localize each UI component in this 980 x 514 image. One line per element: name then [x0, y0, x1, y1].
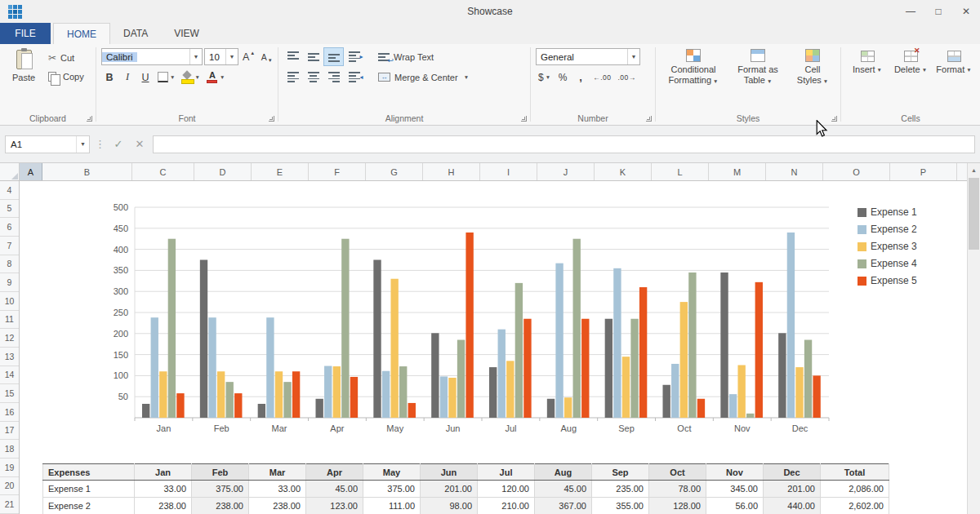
table-cell[interactable]: 345.00	[706, 481, 764, 498]
chevron-down-icon[interactable]: ▼	[76, 136, 89, 153]
table-cell[interactable]: 45.00	[535, 481, 592, 498]
delete-cells-button[interactable]: Delete▼	[890, 47, 931, 112]
table-cell[interactable]: 238.00	[249, 498, 306, 514]
table-cell[interactable]: 78.00	[649, 481, 706, 498]
chevron-down-icon[interactable]: ▼	[189, 49, 202, 64]
table-cell[interactable]: 120.00	[478, 481, 535, 498]
column-header-J[interactable]: J	[537, 163, 595, 180]
table-header-Jan[interactable]: Jan	[135, 464, 192, 481]
table-cell[interactable]: 33.00	[135, 481, 192, 498]
table-header-Nov[interactable]: Nov	[706, 464, 764, 481]
column-header-E[interactable]: E	[252, 163, 309, 180]
wrap-text-button[interactable]: ↩ Wrap Text	[374, 48, 438, 65]
table-cell[interactable]: 375.00	[192, 481, 249, 498]
table-cell[interactable]: 45.00	[306, 481, 363, 498]
row-header-9[interactable]: 9	[0, 273, 19, 292]
font-name-select[interactable]: Calibri ▼	[101, 48, 203, 65]
align-left-button[interactable]	[283, 69, 302, 86]
align-center-button[interactable]	[304, 69, 323, 86]
formula-input[interactable]	[153, 135, 975, 153]
column-header-F[interactable]: F	[309, 163, 366, 180]
chevron-down-icon[interactable]: ▼	[225, 49, 238, 64]
column-header-N[interactable]: N	[766, 163, 823, 180]
formula-confirm-button[interactable]: ✓	[110, 135, 127, 153]
bold-button[interactable]: B	[101, 69, 118, 86]
table-cell[interactable]: Expense 2	[43, 498, 135, 514]
row-header-7[interactable]: 7	[0, 237, 19, 255]
close-button[interactable]: ✕	[952, 0, 980, 23]
column-header-I[interactable]: I	[480, 163, 537, 180]
expense-chart[interactable]: 50100150200250300350400450500JanFebMarAp…	[90, 196, 972, 459]
row-header-15[interactable]: 15	[0, 384, 19, 403]
tab-home[interactable]: HOME	[53, 23, 110, 44]
column-header-A[interactable]: A	[20, 163, 42, 180]
align-top-button[interactable]	[283, 48, 302, 65]
column-header-P[interactable]: P	[890, 163, 957, 180]
table-header-Total[interactable]: Total	[821, 464, 889, 481]
row-header-6[interactable]: 6	[0, 218, 19, 237]
tab-view[interactable]: VIEW	[161, 23, 212, 44]
merge-center-button[interactable]: ↔ Merge & Center ▼	[374, 69, 473, 86]
table-cell[interactable]: 201.00	[764, 481, 821, 498]
row-header-21[interactable]: 21	[0, 495, 19, 514]
column-header-C[interactable]: C	[132, 163, 194, 180]
align-bottom-button[interactable]	[324, 48, 343, 65]
format-as-table-button[interactable]: Format as Table▼	[728, 47, 787, 112]
row-header-17[interactable]: 17	[0, 422, 19, 441]
table-cell[interactable]: 56.00	[706, 498, 764, 514]
table-cell[interactable]: 238.00	[192, 498, 249, 514]
scroll-up-icon[interactable]: ▲	[968, 163, 980, 177]
formula-cancel-button[interactable]: ✕	[131, 135, 148, 153]
table-cell[interactable]: 238.00	[135, 498, 192, 514]
table-cell[interactable]: 123.00	[306, 498, 363, 514]
row-header-11[interactable]: 11	[0, 311, 19, 330]
scrollbar-thumb[interactable]	[969, 178, 979, 250]
column-header-O[interactable]: O	[823, 163, 890, 180]
name-box[interactable]: A1 ▼	[5, 135, 90, 153]
insert-cells-button[interactable]: Insert▼	[847, 47, 888, 112]
table-header-May[interactable]: May	[363, 464, 421, 481]
column-header-B[interactable]: B	[42, 163, 132, 180]
table-cell[interactable]: Expense 1	[43, 481, 135, 498]
cell-styles-button[interactable]: Cell Styles▼	[790, 47, 835, 112]
underline-button[interactable]: U	[137, 69, 154, 86]
increase-indent-button[interactable]: ▸	[345, 48, 363, 65]
table-cell[interactable]: 2,602.00	[821, 498, 889, 514]
table-cell[interactable]: 128.00	[649, 498, 706, 514]
dialog-launcher-icon[interactable]	[87, 116, 92, 122]
borders-button[interactable]: ▼	[155, 69, 177, 86]
table-cell[interactable]: 355.00	[592, 498, 649, 514]
column-header-M[interactable]: M	[709, 163, 766, 180]
italic-button[interactable]: I	[119, 69, 136, 86]
vertical-scrollbar[interactable]: ▲	[967, 163, 980, 514]
row-header-13[interactable]: 13	[0, 348, 19, 366]
table-header-Mar[interactable]: Mar	[249, 464, 306, 481]
row-header-5[interactable]: 5	[0, 200, 19, 219]
table-cell[interactable]: 111.00	[363, 498, 421, 514]
align-middle-button[interactable]	[304, 48, 323, 65]
grow-font-button[interactable]: A▲	[240, 48, 256, 65]
align-right-button[interactable]	[324, 69, 343, 86]
row-header-20[interactable]: 20	[0, 477, 19, 496]
dialog-launcher-icon[interactable]	[521, 116, 527, 122]
decrease-decimal-button[interactable]: .00→	[615, 69, 638, 86]
table-header-Sep[interactable]: Sep	[592, 464, 649, 481]
table-header-Dec[interactable]: Dec	[764, 464, 821, 481]
comma-format-button[interactable]: ,	[572, 69, 589, 86]
row-header-19[interactable]: 19	[0, 459, 19, 477]
table-cell[interactable]: 367.00	[535, 498, 592, 514]
dialog-launcher-icon[interactable]	[831, 116, 837, 122]
table-header-Jul[interactable]: Jul	[478, 464, 535, 481]
column-header-H[interactable]: H	[423, 163, 480, 180]
column-header-K[interactable]: K	[595, 163, 652, 180]
table-header-Apr[interactable]: Apr	[306, 464, 363, 481]
chevron-down-icon[interactable]: ▼	[627, 49, 639, 64]
sheet-canvas[interactable]: 50100150200250300350400450500JanFebMarAp…	[20, 181, 980, 514]
table-cell[interactable]: 98.00	[421, 498, 478, 514]
column-header-D[interactable]: D	[194, 163, 252, 180]
table-cell[interactable]: 375.00	[363, 481, 421, 498]
row-header-8[interactable]: 8	[0, 255, 19, 274]
percent-format-button[interactable]: %	[555, 69, 571, 86]
currency-format-button[interactable]: $▼	[536, 69, 553, 86]
column-header-L[interactable]: L	[652, 163, 709, 180]
